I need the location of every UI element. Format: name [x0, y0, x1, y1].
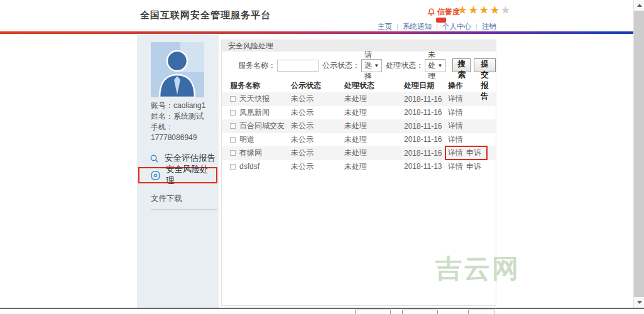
star-icon: ★	[479, 4, 489, 16]
service-name: 明道	[239, 134, 254, 145]
sidebar-menu: 安全评估报告 安全风险处理	[137, 151, 219, 183]
details-link[interactable]: 详情	[448, 94, 463, 103]
service-name: dsfdsf	[239, 162, 259, 171]
cell-actions: 详情	[448, 107, 494, 118]
publicity-status-select[interactable]: 请选择 ▼	[361, 59, 382, 72]
cell-publicity: 未公示	[291, 94, 344, 104]
star-icon: ★	[468, 4, 479, 16]
rating-stars: ★★★★★	[457, 3, 511, 17]
cell-status: 未处理	[344, 134, 404, 145]
cell-service-name: 天天快报	[222, 94, 291, 104]
actions-group: 详情	[448, 107, 466, 118]
star-icon: ★	[457, 4, 468, 16]
service-name-label: 服务名称：	[238, 60, 276, 71]
cell-service-name: dsfdsf	[222, 162, 291, 171]
service-name: 有缘网	[239, 148, 262, 158]
cell-actions: 详情	[448, 121, 494, 131]
details-link[interactable]: 详情	[448, 162, 463, 171]
credibility-label: 信誉度	[437, 7, 460, 18]
page: 全国互联网安全管理服务平台 信誉度 ★★★★★ 主页系统通知个人中心注销 账号：…	[0, 0, 644, 314]
details-link[interactable]: 详情	[448, 108, 463, 117]
bell-icon	[427, 8, 435, 16]
cell-publicity: 未公示	[291, 134, 344, 145]
pagination-button[interactable]	[468, 310, 494, 314]
search-icon	[150, 154, 159, 163]
appeal-link[interactable]: 申诉	[466, 148, 481, 157]
actions-highlight-box: 详情申诉	[445, 146, 488, 160]
filter-bar: 服务名称： 公示状态： 请选择 ▼ 处理状态： 未处理 ▼ 搜索 提交报告	[238, 58, 496, 73]
panel-title: 安全风险处理	[222, 40, 496, 51]
cell-actions: 详情申诉	[448, 146, 494, 160]
cell-date: 2018-11-16	[404, 122, 448, 131]
actions-group: 详情	[448, 121, 466, 131]
scroll-down-button[interactable]	[634, 297, 644, 308]
nav-link-2[interactable]: 个人中心	[432, 22, 471, 31]
details-link[interactable]: 详情	[448, 135, 463, 144]
col-header-status: 处理状态	[344, 80, 404, 91]
submit-report-button[interactable]: 提交报告	[474, 58, 496, 72]
service-table: 服务名称 公示状态 处理状态 处理日期 操作 天天快报未公示未处理2018-11…	[222, 78, 496, 173]
user-info: 账号：caoliang1 姓名：系统测试 手机：17778086949	[151, 100, 219, 143]
details-link[interactable]: 详情	[448, 148, 463, 157]
cell-service-name: 明道	[222, 134, 291, 145]
publicity-status-label: 公示状态：	[322, 60, 360, 71]
pagination-button[interactable]	[355, 310, 391, 314]
sidebar: 账号：caoliang1 姓名：系统测试 手机：17778086949 安全评估…	[137, 35, 219, 308]
table-row: 凤凰新闻未公示未处理2018-11-16详情	[222, 106, 496, 120]
table-row: 百合同城交友未公示未处理2018-11-16详情	[222, 119, 496, 133]
sidebar-item-risk-handling[interactable]: 安全风险处理	[138, 167, 217, 183]
row-checkbox[interactable]	[230, 123, 236, 129]
appeal-link[interactable]: 申诉	[466, 162, 481, 171]
star-icon: ★	[501, 4, 511, 16]
service-name-input[interactable]	[277, 60, 319, 72]
cell-date: 2018-11-16	[404, 95, 448, 104]
target-icon	[151, 171, 160, 180]
chevron-down-icon: ▼	[374, 63, 379, 68]
triangle-up-icon	[637, 4, 642, 7]
scroll-up-button[interactable]	[634, 0, 644, 11]
credibility: 信誉度	[427, 7, 460, 18]
table-body: 天天快报未公示未处理2018-11-16详情凤凰新闻未公示未处理2018-11-…	[222, 92, 496, 173]
nav-link-1[interactable]: 系统通知	[392, 22, 432, 31]
table-row: 明道未公示未处理2018-11-16详情	[222, 133, 496, 147]
pagination-button[interactable]	[402, 310, 438, 314]
nav-link-0[interactable]: 主页	[378, 22, 392, 31]
cell-date: 2018-11-16	[404, 149, 448, 158]
table-row: 有缘网未公示未处理2018-11-16详情申诉	[222, 146, 496, 160]
row-checkbox[interactable]	[230, 96, 236, 102]
bottom-divider	[0, 308, 644, 309]
cell-actions: 详情申诉	[448, 161, 494, 172]
row-checkbox[interactable]	[230, 137, 236, 143]
sidebar-item-label: 安全评估报告	[165, 153, 216, 164]
row-checkbox[interactable]	[230, 164, 236, 170]
actions-group: 详情	[448, 94, 466, 104]
scrollbar-thumb[interactable]	[634, 11, 644, 297]
cell-service-name: 有缘网	[222, 148, 291, 158]
table-header-row: 服务名称 公示状态 处理状态 处理日期 操作	[222, 78, 496, 92]
process-status-select[interactable]: 未处理 ▼	[425, 59, 445, 72]
watermark: 吉云网	[435, 251, 520, 286]
cell-service-name: 凤凰新闻	[222, 107, 291, 118]
triangle-down-icon	[637, 301, 642, 304]
header-gradient-divider	[0, 31, 633, 34]
search-button[interactable]: 搜索	[452, 58, 471, 72]
cell-date: 2018-11-16	[404, 135, 448, 144]
cell-actions: 详情	[448, 134, 494, 145]
service-name: 凤凰新闻	[239, 107, 270, 118]
page-title: 全国互联网安全管理服务平台	[140, 9, 271, 21]
cell-date: 2018-11-13	[404, 162, 448, 171]
process-status-value: 未处理	[428, 50, 437, 82]
sidebar-item-label: 安全风险处理	[166, 164, 216, 187]
sidebar-item-file-download[interactable]: 文件下载	[151, 193, 217, 210]
cell-date: 2018-11-16	[404, 108, 448, 117]
row-checkbox[interactable]	[230, 150, 236, 156]
cell-publicity: 未公示	[291, 148, 344, 158]
nav-link-3[interactable]: 注销	[471, 22, 496, 31]
cell-status: 未处理	[344, 107, 404, 118]
col-header-publicity: 公示状态	[291, 80, 344, 91]
process-status-label: 处理状态：	[386, 60, 423, 71]
cell-status: 未处理	[344, 94, 404, 104]
cell-service-name: 百合同城交友	[222, 121, 291, 131]
details-link[interactable]: 详情	[448, 121, 463, 130]
row-checkbox[interactable]	[230, 110, 236, 116]
